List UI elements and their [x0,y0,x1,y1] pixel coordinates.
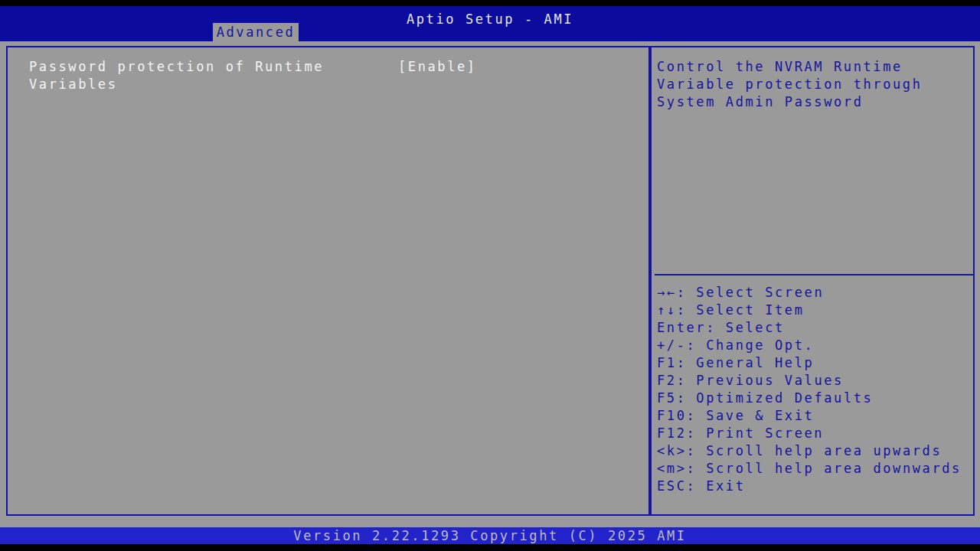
settings-panel: Password protection of Runtime Variables… [6,46,650,516]
key-label: Enter: [657,320,716,335]
help-panel-divider [655,274,973,276]
key-label: <k>: [657,443,696,458]
page-title: Aptio Setup - AMI [0,11,980,28]
key-action: Select Item [696,302,804,318]
key-action: Change Opt. [706,337,814,353]
setting-value[interactable]: [Enable] [398,58,648,93]
help-text: Control the NVRAM Runtime Variable prote… [657,58,969,111]
key-label: ESC: [657,478,696,494]
key-label: +/-: [657,337,696,353]
key-label: <m>: [657,461,696,476]
key-label: F10: [657,408,696,423]
key-action: Exit [706,478,745,494]
version-footer: Version 2.22.1293 Copyright (C) 2025 AMI [0,527,980,544]
key-label: F1: [657,355,687,370]
header-bar: Aptio Setup - AMI Advanced [0,6,980,41]
legend-row-f12: F12: Print Screen [657,425,972,442]
key-action: Save & Exit [706,408,814,423]
legend-row-f2: F2: Previous Values [657,372,972,390]
legend-row-f5: F5: Optimized Defaults [657,390,972,407]
legend-row-select-item: ↑↓: Select Item [657,302,972,319]
key-action: Select Screen [696,285,824,300]
key-action: Scroll help area downwards [706,461,962,476]
top-black-strip [0,0,980,6]
setting-label: Password protection of Runtime Variables [29,58,398,93]
key-label: →←: [657,285,687,300]
legend-row-esc: ESC: Exit [657,478,972,495]
key-action: Print Screen [706,425,824,441]
key-label: F12: [657,425,696,441]
legend-row-enter: Enter: Select [657,319,972,337]
help-panel: Control the NVRAM Runtime Variable prote… [650,46,975,516]
key-action: General Help [696,355,814,370]
key-label: F2: [657,373,687,388]
version-text: Version 2.22.1293 Copyright (C) 2025 AMI [293,528,686,543]
key-legend: →←: Select Screen ↑↓: Select Item Enter:… [657,284,972,495]
bottom-black-strip [0,544,980,551]
legend-row-change-opt: +/-: Change Opt. [657,337,972,354]
key-label: ↑↓: [657,302,687,318]
key-action: Scroll help area upwards [706,443,942,458]
setting-row-password-protection[interactable]: Password protection of Runtime Variables… [29,58,648,93]
key-label: F5: [657,390,687,406]
key-action: Select [726,320,785,335]
legend-row-f10: F10: Save & Exit [657,407,972,425]
tab-advanced[interactable]: Advanced [213,23,299,41]
legend-row-scroll-down: <m>: Scroll help area downwards [657,460,972,478]
key-action: Previous Values [696,373,844,388]
key-action: Optimized Defaults [696,390,873,406]
bios-setup-screen: Aptio Setup - AMI Advanced Password prot… [0,0,980,551]
legend-row-scroll-up: <k>: Scroll help area upwards [657,442,972,460]
legend-row-select-screen: →←: Select Screen [657,284,972,302]
legend-row-f1: F1: General Help [657,354,972,372]
